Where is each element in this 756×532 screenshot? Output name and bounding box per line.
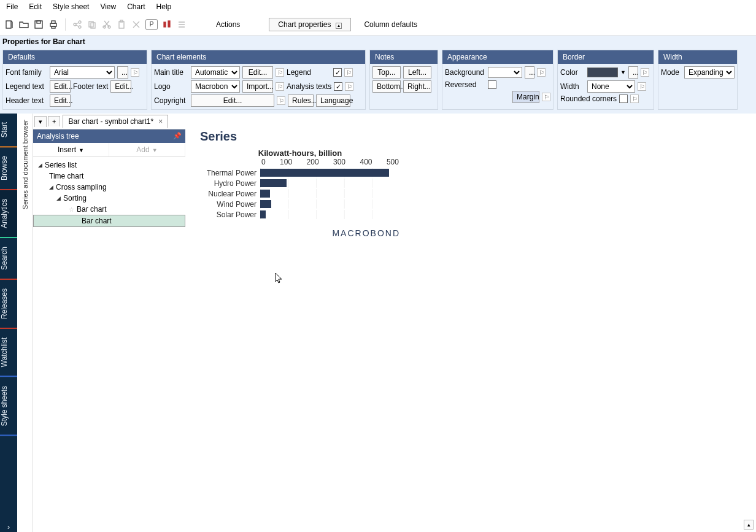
share-icon[interactable] [72,19,83,30]
legend-text-edit[interactable]: Edit... [50,80,71,93]
tree-insert[interactable]: Insert▼ [33,143,109,156]
rounded-corners-label: Rounded corners [560,94,617,103]
rail-browse[interactable]: Browse [0,147,17,190]
header-text-label: Header text [6,96,47,105]
rules-button[interactable]: Rules... [288,94,314,107]
margin-button[interactable]: Margin [512,91,539,103]
tree-bar-chart-1[interactable]: ☆Bar chart [33,204,185,215]
rail-collapse-icon[interactable]: › [7,519,10,532]
rail-watchlist[interactable]: Watchlist [0,329,17,377]
tab-add-icon[interactable]: + [48,116,60,126]
border-color-more[interactable]: ... [628,66,638,79]
menu-help[interactable]: Help [156,2,172,11]
border-color-label: Color [560,68,585,77]
open-icon[interactable] [18,19,29,30]
flag-icon[interactable]: ⚐ [277,96,285,105]
menu-chart[interactable]: Chart [127,2,145,11]
tab-dropdown-icon[interactable]: ▾ [34,116,47,127]
tree-sorting[interactable]: ◢Sorting [33,193,185,204]
properties-title: Properties for Bar chart [0,36,756,47]
delete-icon[interactable] [131,19,142,30]
rail-releases[interactable]: Releases [0,280,17,329]
new-icon[interactable] [4,19,15,30]
paste-icon[interactable] [116,19,127,30]
tree-add[interactable]: Add▼ [109,143,185,156]
menu-stylesheet[interactable]: Style sheet [53,2,89,11]
pin-icon[interactable]: 📌 [173,132,182,141]
document-tab[interactable]: Bar chart - symbol chart1*× [63,115,168,128]
note-left[interactable]: Left... [403,66,431,79]
cut-icon[interactable] [101,19,112,30]
analysis-texts-checkbox[interactable]: ✓ [334,82,342,91]
chart-title: Series [200,129,400,144]
font-family-select[interactable]: Arial [50,66,115,79]
background-more[interactable]: ... [525,66,534,79]
tree-header: Analysis tree 📌 [33,129,185,143]
copyright-edit[interactable]: Edit... [191,94,274,107]
panel-head-notes: Notes [370,50,438,64]
flag-icon[interactable]: ⚐ [131,68,139,77]
rail-search[interactable]: Search [0,238,17,280]
candlestick-icon[interactable] [161,19,172,30]
rail-analytics[interactable]: Analytics [0,190,17,238]
bar-label: Hydro Power [200,179,260,188]
main-title-select[interactable]: Automatic [191,66,240,79]
flag-icon[interactable]: ⚐ [630,94,639,103]
border-width-select[interactable]: None [587,80,635,93]
chart-card[interactable]: Series Kilowatt-hours, billion 010020030… [194,126,406,244]
flag-icon[interactable]: ⚐ [638,82,646,91]
copy-icon[interactable] [87,19,98,30]
menu-file[interactable]: File [6,2,18,11]
chart-properties-button[interactable]: Chart properties▴ [269,18,351,31]
save-icon[interactable] [33,19,44,30]
actions-button[interactable]: Actions [207,18,249,31]
border-color-swatch[interactable] [587,67,618,77]
language-button[interactable]: Language [316,94,350,107]
rail-stylesheets[interactable]: Style sheets [0,377,17,436]
chart-axis-ticks: 0100200300400500 [200,158,400,166]
flag-icon[interactable]: ⚐ [537,68,546,77]
font-family-more[interactable]: ... [117,66,128,79]
presentation-icon[interactable]: P [145,19,158,30]
footer-text-edit[interactable]: Edit... [110,80,131,93]
menu-edit[interactable]: Edit [29,2,42,11]
rail-start[interactable]: Start [0,114,17,147]
tree-cross-sampling[interactable]: ◢Cross sampling [33,182,185,193]
flag-icon[interactable]: ⚐ [542,93,550,101]
tree-time-chart[interactable]: Time chart [33,171,185,182]
close-icon[interactable]: × [158,117,163,126]
flag-icon[interactable]: ⚐ [344,68,353,77]
toolbar: P Actions Chart properties▴ Column defau… [0,13,756,36]
tree-bar-chart-2[interactable]: Bar chart [33,215,185,227]
chart-area: Series Kilowatt-hours, billion 010020030… [185,114,756,532]
note-bottom[interactable]: Bottom... [372,80,401,93]
bar-label: Wind Power [200,200,260,209]
print-icon[interactable] [48,19,59,30]
svg-point-8 [79,26,81,28]
flag-icon[interactable]: ⚐ [276,68,284,77]
width-mode-select[interactable]: Expanding [684,66,735,79]
doc-browser-tab[interactable]: Series and document browser [17,114,33,532]
reversed-checkbox[interactable] [488,80,496,89]
header-text-edit[interactable]: Edit... [50,94,71,107]
note-right[interactable]: Right... [403,80,431,93]
flag-icon[interactable]: ⚐ [641,68,649,77]
chart-bars: Thermal PowerHydro PowerNuclear PowerWin… [200,168,400,220]
tree-series-list[interactable]: ◢Series list [33,160,185,171]
background-select[interactable] [488,67,522,78]
legend-checkbox[interactable]: ✓ [333,68,342,77]
logo-select[interactable]: Macrobond [191,80,240,93]
rounded-corners-checkbox[interactable] [619,94,628,103]
note-top[interactable]: Top... [372,66,401,79]
workarea: Start Browse Analytics Search Releases W… [0,114,756,532]
column-defaults-button[interactable]: Column defaults [355,18,426,31]
logo-import[interactable]: Import... [242,80,273,93]
menu-view[interactable]: View [100,2,116,11]
list-icon[interactable] [176,19,187,30]
flag-icon[interactable]: ⚐ [345,82,353,91]
svg-rect-3 [50,23,56,26]
main-title-edit[interactable]: Edit... [242,66,273,79]
scroll-up-icon[interactable]: ▴ [744,520,754,530]
flag-icon[interactable]: ⚐ [276,82,284,91]
brand-logo: MACROBOND [200,228,400,238]
